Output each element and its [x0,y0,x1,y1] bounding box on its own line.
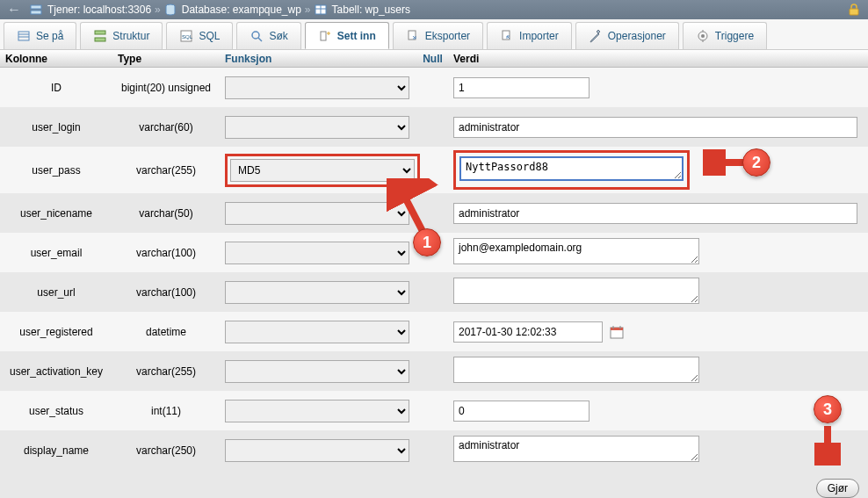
svg-rect-11 [95,38,105,41]
function-select[interactable] [225,281,409,304]
column-name: user_activation_key [0,365,112,378]
calendar-icon[interactable] [610,325,624,339]
value-cell [448,238,868,267]
column-name: ID [0,82,112,94]
callout-1: 1 [413,228,441,256]
header-function[interactable]: Funksjon [220,53,417,65]
tab-browse[interactable]: Se på [4,22,76,49]
value-cell [448,357,868,386]
value-input[interactable] [453,321,603,343]
column-type: varchar(50) [112,207,220,220]
export-icon [406,29,420,43]
table-icon [315,4,327,16]
breadcrumb-separator: » [305,4,311,16]
tab-label: Søk [269,30,287,42]
function-cell [220,400,417,422]
breadcrumb-table[interactable]: Tabell: wp_users [332,4,410,16]
tab-insert[interactable]: Sett inn [305,22,389,49]
tab-operations[interactable]: Operasjoner [575,22,679,49]
column-type: varchar(255) [112,164,220,177]
arrow-3 [814,422,841,466]
table-row: user_activation_keyvarchar(255) [0,351,868,391]
breadcrumb-server[interactable]: Tjener: localhost:3306 [47,4,151,16]
tab-label: Se på [36,30,63,42]
function-cell [220,281,417,304]
value-cell [448,117,868,138]
table-row: IDbigint(20) unsigned [0,68,868,107]
tab-import[interactable]: Importer [487,22,572,49]
svg-rect-7 [18,32,29,40]
tab-export[interactable]: Eksporter [393,22,483,49]
value-textarea[interactable] [453,357,699,383]
svg-rect-1 [31,11,41,14]
column-name: user_login [0,121,112,134]
value-cell [448,278,868,307]
function-select[interactable] [225,242,409,264]
breadcrumb: ← Tjener: localhost:3306 » Database: exa… [0,0,868,19]
tab-triggers[interactable]: Triggere [683,22,767,49]
tab-label: Struktur [112,30,149,42]
value-textarea[interactable] [459,156,684,181]
column-type: int(11) [112,405,220,417]
breadcrumb-database[interactable]: Database: exampque_wp [182,4,301,16]
column-type: varchar(255) [112,365,220,378]
column-name: user_status [0,405,112,417]
function-select[interactable] [225,202,409,225]
svg-rect-16 [321,32,326,40]
callout-2: 2 [742,148,770,177]
tab-structure[interactable]: Struktur [80,22,163,49]
tab-sql[interactable]: SQLSQL [166,22,233,49]
function-select[interactable] [225,360,409,383]
lock-icon[interactable] [847,3,861,17]
column-name: user_registered [0,326,112,338]
back-icon[interactable]: ← [7,2,21,18]
value-input[interactable] [453,203,857,224]
go-button[interactable]: Gjør [816,479,859,498]
tab-label: Triggere [715,30,754,42]
tab-label: Importer [519,30,559,42]
function-cell [220,439,417,462]
database-icon [164,4,177,16]
function-select[interactable] [225,76,409,99]
browse-icon [17,29,31,43]
value-textarea[interactable] [453,238,699,264]
structure-icon [93,29,107,43]
import-icon [500,29,514,43]
function-select[interactable] [225,439,409,462]
value-cell [448,150,868,190]
column-name: user_url [0,286,112,299]
table-row: user_registereddatetime [0,312,868,351]
value-textarea[interactable] [453,278,699,304]
tab-label: Eksporter [425,30,470,42]
triggers-icon [696,29,710,43]
value-input[interactable] [453,117,857,138]
column-type: datetime [112,326,220,338]
value-cell [448,77,868,98]
svg-rect-10 [95,31,105,34]
value-textarea[interactable] [453,436,699,462]
value-input[interactable] [453,77,590,98]
svg-rect-26 [611,328,623,330]
column-name: user_pass [0,164,112,177]
tab-label: Sett inn [337,30,376,42]
header-value: Verdi [448,53,868,65]
operations-icon [589,29,603,43]
svg-text:SQL: SQL [182,34,193,40]
column-name: user_email [0,247,112,259]
function-select[interactable] [225,321,409,343]
value-input[interactable] [453,401,590,422]
tab-search[interactable]: Søk [236,22,300,49]
svg-point-22 [701,34,705,38]
column-type: bigint(20) unsigned [112,82,220,94]
function-select[interactable] [225,400,409,422]
svg-line-15 [258,38,262,41]
function-select[interactable] [225,116,409,139]
header-null[interactable]: Null [417,53,448,65]
sql-icon: SQL [179,29,193,43]
function-cell [220,321,417,343]
table-row: display_namevarchar(250) [0,430,868,470]
column-name: display_name [0,444,112,457]
breadcrumb-separator: » [155,4,161,16]
function-cell [220,116,417,139]
column-name: user_nicename [0,207,112,220]
